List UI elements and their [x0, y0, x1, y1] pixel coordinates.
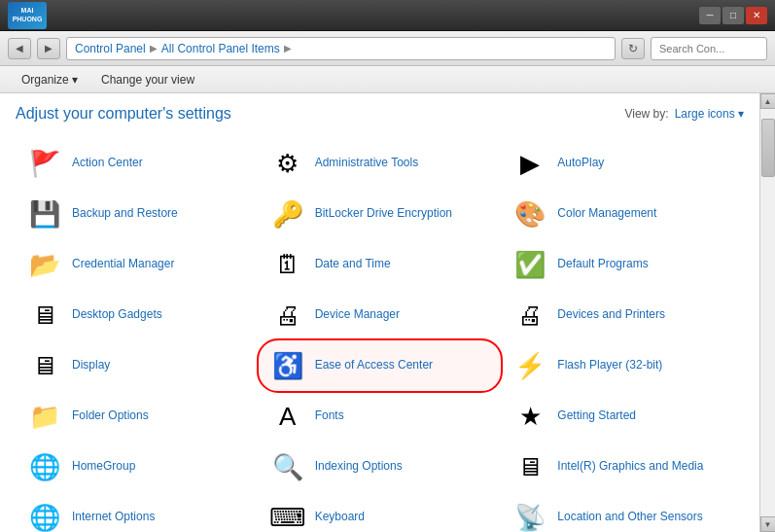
address-path[interactable]: Control Panel ▶ All Control Panel Items … — [66, 37, 616, 60]
scroll-track[interactable] — [760, 109, 776, 516]
grid-item-internet-options[interactable]: 🌐Internet Options — [16, 492, 259, 532]
devices-printers-label: Devices and Printers — [557, 307, 665, 323]
credential-mgr-icon: 📂 — [27, 247, 62, 282]
minimize-button[interactable]: ─ — [699, 7, 721, 24]
autoplay-icon: ▶ — [512, 146, 547, 181]
path-all-items[interactable]: All Control Panel Items — [161, 42, 280, 55]
keyboard-label: Keyboard — [315, 510, 365, 525]
grid-item-bitlocker[interactable]: 🔑BitLocker Drive Encryption — [259, 189, 502, 239]
path-separator-2: ▶ — [284, 43, 292, 53]
refresh-button[interactable]: ↻ — [621, 38, 645, 59]
credential-mgr-label: Credential Manager — [72, 257, 174, 272]
location-label: Location and Other Sensors — [557, 510, 702, 525]
grid-item-intel-graphics[interactable]: 🖥Intel(R) Graphics and Media — [501, 442, 744, 492]
keyboard-icon: ⌨ — [270, 500, 305, 532]
app-logo: MAI PHUONG — [8, 2, 47, 29]
device-mgr-label: Device Manager — [315, 307, 400, 323]
scroll-up-button[interactable]: ▲ — [760, 93, 776, 109]
grid-item-flash-player[interactable]: ⚡Flash Player (32-bit) — [501, 340, 744, 391]
homegroup-label: HomeGroup — [72, 459, 135, 475]
search-input[interactable] — [659, 43, 775, 54]
scroll-thumb[interactable] — [761, 119, 775, 177]
autoplay-label: AutoPlay — [557, 156, 604, 171]
homegroup-icon: 🌐 — [27, 449, 62, 484]
back-button[interactable]: ◀ — [8, 38, 31, 59]
desktop-gadgets-label: Desktop Gadgets — [72, 307, 162, 323]
window-controls: ─ □ ✕ — [699, 7, 767, 24]
location-icon: 📡 — [512, 500, 547, 532]
change-view-button[interactable]: Change your view — [95, 71, 200, 89]
grid-item-getting-started[interactable]: ★Getting Started — [501, 391, 744, 442]
backup-restore-label: Backup and Restore — [72, 206, 178, 222]
folder-options-icon: 📁 — [27, 399, 62, 434]
close-button[interactable]: ✕ — [746, 7, 767, 24]
panel-header: Adjust your computer's settings View by:… — [16, 105, 744, 123]
color-mgmt-label: Color Management — [557, 206, 656, 222]
grid-item-backup-restore[interactable]: 💾Backup and Restore — [16, 189, 259, 239]
grid-item-desktop-gadgets[interactable]: 🖥Desktop Gadgets — [16, 290, 259, 340]
flash-player-label: Flash Player (32-bit) — [557, 358, 662, 373]
path-control-panel[interactable]: Control Panel — [75, 42, 146, 55]
display-label: Display — [72, 358, 110, 373]
content-area: Adjust your computer's settings View by:… — [0, 93, 775, 532]
grid-item-admin-tools[interactable]: ⚙Administrative Tools — [259, 138, 502, 189]
intel-graphics-label: Intel(R) Graphics and Media — [557, 459, 703, 475]
fonts-icon: A — [270, 399, 305, 434]
title-bar-left: MAI PHUONG — [8, 2, 54, 29]
fonts-label: Fonts — [315, 408, 344, 424]
grid-item-action-center[interactable]: 🚩Action Center — [16, 138, 259, 189]
date-time-label: Date and Time — [315, 257, 391, 272]
getting-started-label: Getting Started — [557, 408, 636, 424]
device-mgr-icon: 🖨 — [270, 298, 305, 333]
action-center-icon: 🚩 — [27, 146, 62, 181]
maximize-button[interactable]: □ — [722, 7, 744, 24]
organize-button[interactable]: Organize ▾ — [16, 71, 84, 89]
devices-printers-icon: 🖨 — [512, 298, 547, 333]
panel-title: Adjust your computer's settings — [16, 105, 231, 123]
path-separator-1: ▶ — [150, 43, 158, 53]
scroll-down-button[interactable]: ▼ — [760, 516, 776, 532]
grid-item-display[interactable]: 🖥Display — [16, 340, 259, 391]
grid-item-default-progs[interactable]: ✅Default Programs — [501, 239, 744, 290]
grid-item-homegroup[interactable]: 🌐HomeGroup — [16, 442, 259, 492]
grid-item-date-time[interactable]: 🗓Date and Time — [259, 239, 502, 290]
default-progs-icon: ✅ — [512, 247, 547, 282]
grid-item-device-mgr[interactable]: 🖨Device Manager — [259, 290, 502, 340]
getting-started-icon: ★ — [512, 399, 547, 434]
toolbar: Organize ▾ Change your view — [0, 66, 775, 93]
bitlocker-icon: 🔑 — [270, 196, 305, 231]
indexing-options-label: Indexing Options — [315, 459, 403, 475]
view-by-dropdown[interactable]: Large icons ▾ — [675, 107, 744, 121]
search-box[interactable]: 🔍 — [651, 37, 767, 60]
grid-item-ease-access[interactable]: ♿Ease of Access Center — [259, 340, 502, 391]
grid-item-color-mgmt[interactable]: 🎨Color Management — [501, 189, 744, 239]
grid-item-credential-mgr[interactable]: 📂Credential Manager — [16, 239, 259, 290]
display-icon: 🖥 — [27, 348, 62, 383]
grid-item-autoplay[interactable]: ▶AutoPlay — [501, 138, 744, 189]
internet-options-icon: 🌐 — [27, 500, 62, 532]
grid-item-keyboard[interactable]: ⌨Keyboard — [259, 492, 502, 532]
main-window: Organize ▾ Change your view Adjust your … — [0, 66, 775, 532]
items-grid: 🚩Action Center⚙Administrative Tools▶Auto… — [16, 138, 744, 532]
date-time-icon: 🗓 — [270, 247, 305, 282]
title-bar: MAI PHUONG ─ □ ✕ — [0, 0, 775, 31]
grid-item-devices-printers[interactable]: 🖨Devices and Printers — [501, 290, 744, 340]
internet-options-label: Internet Options — [72, 510, 155, 525]
grid-item-indexing-options[interactable]: 🔍Indexing Options — [259, 442, 502, 492]
desktop-gadgets-icon: 🖥 — [27, 298, 62, 333]
default-progs-label: Default Programs — [557, 257, 648, 272]
grid-item-folder-options[interactable]: 📁Folder Options — [16, 391, 259, 442]
flash-player-icon: ⚡ — [512, 348, 547, 383]
address-bar: ◀ ▶ Control Panel ▶ All Control Panel It… — [0, 31, 775, 66]
grid-item-fonts[interactable]: AFonts — [259, 391, 502, 442]
color-mgmt-icon: 🎨 — [512, 196, 547, 231]
view-by-control[interactable]: View by: Large icons ▾ — [624, 107, 744, 121]
ease-access-label: Ease of Access Center — [315, 358, 433, 373]
admin-tools-icon: ⚙ — [270, 146, 305, 181]
view-by-label: View by: — [624, 107, 668, 121]
logo-text: MAI PHUONG — [13, 7, 43, 23]
panel-main: Adjust your computer's settings View by:… — [0, 93, 759, 532]
backup-restore-icon: 💾 — [27, 196, 62, 231]
grid-item-location[interactable]: 📡Location and Other Sensors — [501, 492, 744, 532]
forward-button[interactable]: ▶ — [37, 38, 60, 59]
